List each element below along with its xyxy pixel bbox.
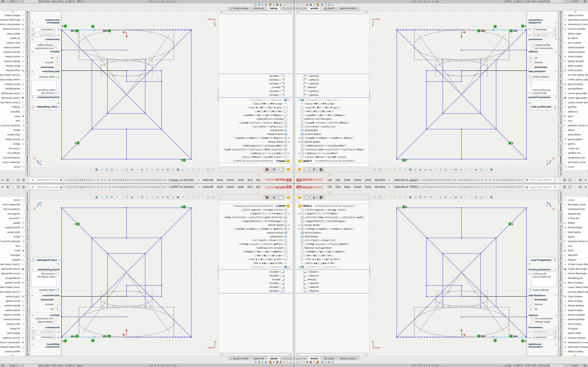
tool-offset-entities[interactable]: ⌐Offset Entities (563, 13, 588, 18)
sketch-toolbar-icon[interactable]: ⇄ (156, 168, 159, 172)
doc-tab-motion-study-1[interactable]: Motion Study 1 (228, 356, 251, 360)
menu-insert[interactable]: Insert (225, 185, 236, 189)
menu-window[interactable]: Window (201, 178, 215, 182)
tool-rotate-entities[interactable]: ↻Rotate Entities (0, 59, 25, 64)
tool-silhouette-entities[interactable]: ◫Silhouette Entities (0, 18, 25, 22)
pin-menu-icon[interactable]: ✦ (388, 178, 390, 182)
bottom-toolbar-icon[interactable]: ▟ (270, 360, 272, 363)
tool-intersection-curve[interactable]: ⋒Intersection Curve (563, 340, 588, 345)
bottom-toolbar-icon[interactable]: ◷ (324, 360, 327, 363)
tree-item[interactable]: Σ○25ИN◉∘✛ʌ⋃u3Ɛ○∘○Ɛ3u⋃ʌ✛∘◉NИ52○ (296, 242, 369, 246)
bottom-toolbar-icon[interactable]: ✎ (303, 4, 305, 7)
tree-item[interactable]: ○·◉✛○*◉[○∘○]◉*○✛◉·○ (219, 109, 292, 113)
command-tab-sheet-metal[interactable]: Sheet Metal (558, 99, 563, 113)
command-tab-data-migration[interactable]: Data Migration (558, 38, 563, 55)
tool-point[interactable]: ▪Point (563, 248, 588, 253)
tab-configurationmanager[interactable]: ⊕ (311, 167, 317, 172)
tree-item-sketch3[interactable]: Sketch3 (219, 277, 292, 281)
relations-list[interactable]: Collinear108Equal length109 (532, 80, 556, 95)
angle-field[interactable]: 0.00000000° (35, 335, 56, 340)
search-dropdown-icon[interactable]: ▾ (29, 186, 31, 188)
tree-horizontal-scrollbar[interactable]: ◀ ▶ (296, 353, 368, 356)
minimize-button[interactable]: – (10, 178, 16, 182)
tool-3-point-center-rectangle[interactable]: ◇3 Point Center Recta... (563, 100, 588, 105)
menu-edit[interactable]: Edit (246, 185, 254, 189)
collapse-icon[interactable]: ∧ (32, 96, 33, 99)
command-tab-markup[interactable]: Markup (25, 330, 30, 339)
tool-centerpoint-arc[interactable]: ⌒Centerpoint Arc (0, 156, 25, 160)
search-icon[interactable] (32, 179, 34, 181)
tool-polygon[interactable]: △Polygon (0, 258, 25, 262)
tool-circle[interactable]: ◯Circle (0, 165, 25, 169)
tool-move-entities[interactable]: ↗Move Entities (563, 64, 588, 68)
tool-offset-entities[interactable]: ⌐Offset Entities (0, 13, 25, 18)
sketch-gray-geometry[interactable] (414, 272, 509, 337)
command-tab-direct-editing[interactable]: Direct Editing (558, 126, 563, 143)
tab-displaymanager[interactable] (264, 195, 270, 200)
search-dropdown-icon[interactable]: ▾ (557, 186, 559, 188)
angle-field[interactable]: 0.00000000° (532, 28, 553, 32)
sketch-toolbar-icon[interactable]: ◫ (105, 195, 109, 199)
tool-move-entities[interactable]: ↗Move Entities (0, 299, 25, 303)
bottom-toolbar-icon[interactable]: ◍ (286, 360, 288, 363)
vcr-button[interactable]: ▶ (284, 7, 287, 10)
sketch-toolbar-icon[interactable]: ▭ (212, 195, 215, 199)
user-account-icon[interactable] (562, 178, 567, 182)
expand-icon[interactable]: ∨ (555, 343, 556, 348)
tool-spline[interactable]: ∿Spline (563, 128, 588, 133)
tool-circular-sketch-pattern[interactable]: ∴Circular Sketch Pattern (563, 290, 588, 294)
unit-system-selector[interactable]: Custom▴ (570, 0, 582, 3)
doc-tab-motion-study-1[interactable]: Motion Study 1 (228, 7, 251, 11)
bottom-toolbar-icon[interactable]: ▦ (310, 4, 312, 7)
command-tab-mesh-modeling[interactable]: Mesh Modeling (558, 295, 563, 311)
tool-stretch-entities[interactable]: ∟Stretch Entities (563, 312, 588, 317)
tool-intersection-curve[interactable]: ⋒Intersection Curve (563, 22, 588, 27)
command-tab-surfaces[interactable]: Surfaces (25, 212, 30, 223)
menu-insert[interactable]: Insert (225, 178, 236, 182)
tool-corner-rectangle[interactable]: ▭Corner Rectangle (563, 91, 588, 96)
sketch-toolbar-icon[interactable]: ◇ (414, 195, 417, 199)
command-tab-mesh-modeling[interactable]: Mesh Modeling (25, 295, 30, 311)
bottom-toolbar-icon[interactable]: ⚙ (331, 360, 334, 363)
tool-3-point-arc[interactable]: ⌢3 Point Arc (0, 146, 25, 151)
tree-item[interactable]: ◪Surface Bodies (219, 231, 292, 235)
length-field[interactable]: 10.88152731 (532, 330, 553, 334)
tool-equation-driven-curve[interactable]: ƒEquation Driven Curve (0, 123, 25, 128)
tool-partial-ellipse[interactable]: ◔Partial Ellipse (563, 225, 588, 230)
tool-rotate-entities[interactable]: ↻Rotate Entities (563, 59, 588, 64)
scroll-right-icon[interactable]: ▶ (365, 12, 368, 13)
vcr-button[interactable]: ❘◀ (290, 357, 294, 360)
tab-featuremanager[interactable] (285, 167, 292, 172)
tool-centerpoint-arc[interactable]: ⌒Centerpoint Arc (0, 207, 25, 211)
sketch-toolbar-icon[interactable]: ⊙ (459, 195, 463, 199)
rollback-bar[interactable] (296, 97, 369, 98)
relation-badge-109[interactable]: =109 (71, 30, 78, 32)
tool-point[interactable]: ▪Point (0, 114, 25, 119)
tree-item[interactable]: ○·◉✛○*◉[○∘○]◉*○✛◉·○ (296, 254, 369, 258)
tool-polygon[interactable]: △Polygon (563, 258, 588, 262)
checkbox-icon[interactable] (54, 317, 57, 320)
tool-point[interactable]: ▪Point (0, 248, 25, 253)
command-tab-mold-tools[interactable]: Mold Tools (558, 281, 563, 294)
sketch-toolbar-icon[interactable]: ⌒ (201, 168, 205, 172)
tool-copy-entities[interactable]: ⊞Copy Entities (563, 68, 588, 73)
close-button[interactable]: ✕ (0, 185, 5, 189)
tree-horizontal-scrollbar[interactable]: ◀ ▶ (220, 353, 292, 356)
sketch-gray-geometry[interactable] (79, 272, 174, 337)
option-infinite-length[interactable]: Infinite length (531, 320, 556, 323)
sketch-toolbar-icon[interactable]: ⌒ (201, 195, 205, 199)
unit-system-selector[interactable]: Custom▴ (6, 0, 18, 3)
tab-featuremanager[interactable] (285, 195, 292, 200)
relation-badges[interactable]: ⊿3⊿3=109=109✎⊿3 (403, 25, 526, 162)
doc-tab-motion-study-1[interactable]: Motion Study 1 (337, 7, 360, 11)
tab-configurationmanager[interactable]: ⊕ (271, 195, 277, 200)
bottom-toolbar-icon[interactable]: ✎ (303, 360, 305, 363)
search-box[interactable]: ▣ ▾ (525, 185, 560, 189)
tool-fit-spline[interactable]: ⌣Fit Spline (0, 326, 25, 331)
confirmation-corner[interactable]: ✎ ✕ (33, 156, 42, 165)
angle-spinner[interactable]: ▴▾ (32, 335, 34, 340)
tool-convert-entities[interactable]: ⊡Convert Entities (563, 335, 588, 340)
command-tab-sketch[interactable]: Sketch (25, 202, 30, 212)
bottom-toolbar-icon[interactable]: ▦ (276, 360, 278, 363)
angle-spinner[interactable]: ▴▾ (554, 27, 556, 32)
